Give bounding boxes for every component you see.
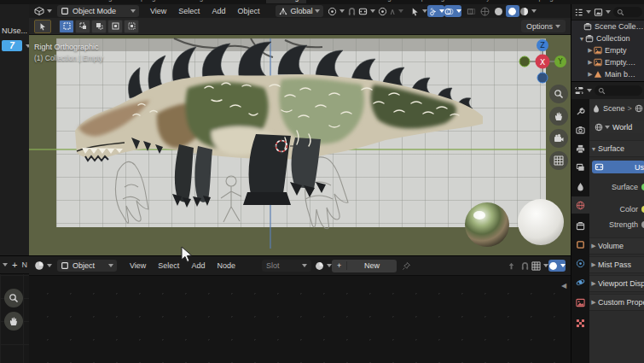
use-nodes-button[interactable]: Use Nodes (592, 161, 644, 173)
add-button[interactable]: + (12, 260, 17, 270)
slot-dropdown[interactable]: Slot (262, 260, 311, 272)
workspace-tab[interactable]: UV Editing (163, 0, 211, 3)
tab-view-layer[interactable] (571, 159, 589, 176)
viewport-3d[interactable]: Object Mode View Select Add Object Globa… (29, 4, 571, 255)
tab-world[interactable] (571, 196, 589, 214)
tab-render[interactable] (571, 121, 589, 138)
parent-node-tree-icon[interactable] (504, 260, 518, 272)
workspace-tab[interactable]: Compositing (399, 0, 452, 3)
filter-icon[interactable] (594, 8, 603, 17)
outliner-row-empty[interactable]: ▶ Empty (571, 44, 644, 56)
outliner-row-main-body[interactable]: ▶ Main body (571, 68, 644, 80)
expand-icon[interactable]: ▶ (587, 47, 594, 54)
mode-dropdown[interactable]: Object Mode (57, 5, 139, 17)
panel-viewport-display-header[interactable]: ▶Viewport Display (589, 275, 644, 292)
workspace-tab[interactable]: Sculpting (119, 0, 163, 3)
ortho-grid-button[interactable] (549, 151, 568, 170)
editor-type-icon[interactable] (34, 6, 44, 16)
shading-rendered-icon[interactable] (519, 5, 537, 17)
panel-custom-properties-header[interactable]: ▶Custom Properties (589, 294, 644, 311)
select-mode-subtract-icon[interactable] (91, 20, 107, 33)
shading-wireframe-icon[interactable] (479, 5, 492, 17)
breadcrumb-scene-label[interactable]: Scene (603, 104, 625, 113)
chevron-down-icon[interactable] (3, 263, 8, 266)
clipped-new-label[interactable]: N (21, 261, 27, 269)
snap-target-icon[interactable] (358, 5, 375, 17)
shader-editor[interactable]: Object View Select Add Node Slot + New ◀ (29, 255, 571, 363)
menu-select[interactable]: Select (172, 7, 206, 15)
viewport-canvas[interactable]: Z Y X Right Orthographic (1) Collection … (29, 35, 571, 255)
select-mode-extend-icon[interactable] (75, 20, 90, 33)
properties-search-input[interactable] (595, 85, 642, 96)
snap-target-icon[interactable] (531, 260, 548, 272)
strength-row[interactable]: Strength (589, 220, 644, 229)
workspace-tab[interactable]: Geometry Nodes (452, 0, 519, 3)
expand-icon[interactable]: ▶ (587, 71, 594, 78)
outliner-row-collection[interactable]: ▼ Collection (571, 32, 644, 44)
workspace-tab[interactable]: Rendering (352, 0, 399, 3)
new-material-button[interactable]: + New (332, 260, 397, 272)
color-row[interactable]: Color (589, 205, 644, 214)
workspace-tab-shading[interactable]: Shading (266, 0, 306, 3)
workspace-tab[interactable]: Animation (306, 0, 352, 3)
panel-surface-header[interactable]: ▼Surface (589, 140, 644, 157)
orientation-dropdown[interactable]: Global (276, 5, 323, 17)
menu-node[interactable]: Node (211, 261, 241, 270)
options-dropdown[interactable]: Options (521, 20, 566, 32)
select-mode-invert-icon[interactable] (107, 20, 123, 33)
select-mode-new-icon[interactable] (59, 20, 74, 33)
pivot-point-icon[interactable] (328, 5, 345, 17)
shading-material-icon[interactable] (506, 5, 519, 17)
collapse-icon[interactable]: ▼ (578, 36, 585, 42)
sidebar-toggle-arrow[interactable]: ◀ (561, 282, 566, 290)
outliner-row-scene-collection[interactable]: Scene Collection (571, 20, 644, 32)
world-datablock-selector[interactable]: World (591, 121, 644, 133)
outliner-search-input[interactable] (613, 7, 642, 17)
visibility-icon[interactable] (410, 5, 427, 17)
tab-constraints[interactable] (571, 273, 589, 290)
tab-physics[interactable] (571, 255, 589, 272)
shading-solid-icon[interactable] (492, 5, 506, 17)
workspace-tab[interactable]: Texture Paint (211, 0, 266, 3)
xray-toggle-icon[interactable] (465, 5, 479, 17)
display-mode-icon[interactable] (574, 8, 583, 17)
panel-volume-header[interactable]: ▶Volume (589, 237, 644, 255)
shader-type-dropdown[interactable]: Object (57, 260, 117, 272)
active-tool-icon[interactable] (34, 20, 51, 33)
menu-view[interactable]: View (124, 261, 152, 270)
panel-mist-pass-header[interactable]: ▶Mist Pass (589, 256, 644, 273)
menu-select[interactable]: Select (152, 261, 185, 270)
proportional-edit-icon[interactable] (375, 5, 389, 17)
value-field[interactable]: 7 (2, 40, 22, 51)
snap-magnet-icon[interactable] (345, 5, 358, 17)
show-gizmo-icon[interactable] (427, 5, 444, 17)
editor-type-icon[interactable] (34, 261, 44, 271)
pin-icon[interactable] (400, 260, 414, 272)
zoom-button[interactable] (4, 289, 23, 307)
properties-icon[interactable] (574, 85, 584, 96)
zoom-button[interactable] (549, 85, 568, 103)
tab-texture[interactable] (571, 314, 589, 331)
tab-scene[interactable] (571, 178, 589, 195)
tab-object[interactable] (571, 236, 589, 253)
snap-magnet-icon[interactable] (518, 260, 531, 272)
workspace-tab[interactable]: Scripting (519, 0, 561, 3)
tab-tool[interactable] (571, 102, 589, 120)
pan-hand-button[interactable] (4, 312, 23, 331)
menu-view[interactable]: View (144, 7, 172, 15)
overlays-icon[interactable] (548, 260, 566, 272)
menu-add[interactable]: Add (206, 7, 231, 15)
tab-object-data[interactable] (571, 294, 589, 311)
workspace-tab[interactable]: Modeling (77, 0, 119, 3)
menu-object[interactable]: Object (231, 7, 265, 15)
chevron-down-icon[interactable] (47, 9, 52, 13)
show-overlays-icon[interactable] (444, 5, 461, 17)
tab-collection[interactable] (571, 217, 589, 234)
select-mode-intersect-icon[interactable] (124, 20, 139, 33)
camera-view-button[interactable] (549, 129, 568, 148)
pan-hand-button[interactable] (549, 107, 568, 126)
chevron-down-icon[interactable] (47, 264, 52, 267)
surface-shader-row[interactable]: Surface (589, 183, 644, 191)
outliner-row-empty-001[interactable]: ▶ Empty.001 (571, 56, 644, 68)
falloff-icon[interactable]: ∧ (389, 5, 403, 17)
